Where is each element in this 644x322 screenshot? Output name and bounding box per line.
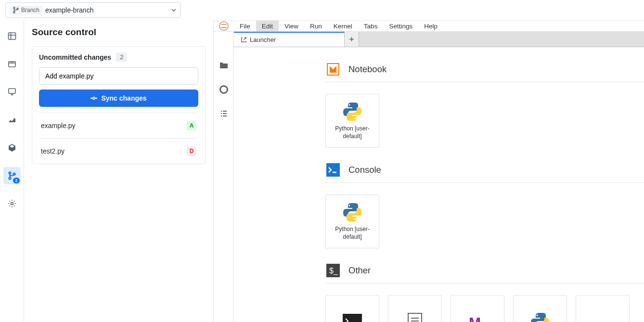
svg-point-17 bbox=[348, 205, 350, 206]
console-card-python[interactable]: Python [user-default] bbox=[325, 194, 379, 248]
menu-item-settings[interactable]: Settings bbox=[383, 21, 418, 31]
other-section-title: Other bbox=[348, 265, 371, 276]
running-icon[interactable] bbox=[219, 85, 229, 96]
jupyter-area: FileEditViewRunKernelTabsSettingsHelp bbox=[214, 20, 644, 322]
launch-icon bbox=[241, 37, 247, 43]
menu-item-run[interactable]: Run bbox=[304, 21, 328, 31]
changed-file-row[interactable]: example.py A bbox=[39, 113, 198, 138]
sync-changes-button[interactable]: Sync changes bbox=[39, 90, 198, 107]
other-card-python-file[interactable] bbox=[513, 295, 567, 322]
svg-point-9 bbox=[11, 203, 13, 205]
rail-item-source-control[interactable]: 2 bbox=[3, 167, 21, 184]
svg-point-7 bbox=[9, 178, 11, 180]
terminal-icon bbox=[343, 311, 362, 322]
text-file-icon bbox=[407, 311, 423, 322]
file-status-deleted: D bbox=[187, 146, 196, 156]
rail-item-preview[interactable] bbox=[3, 83, 21, 101]
left-rail: 2 bbox=[0, 20, 24, 322]
rail-item-cube[interactable] bbox=[3, 139, 21, 156]
rail-badge: 2 bbox=[13, 178, 19, 183]
svg-point-18 bbox=[354, 219, 356, 220]
other-card-markdown[interactable]: M bbox=[451, 295, 504, 322]
menu-item-view[interactable]: View bbox=[279, 21, 304, 31]
branch-badge: Branch bbox=[10, 6, 42, 14]
menu-item-tabs[interactable]: Tabs bbox=[358, 21, 384, 31]
notebook-section-icon bbox=[325, 62, 341, 77]
rail-item-data[interactable] bbox=[3, 27, 21, 45]
svg-point-0 bbox=[13, 7, 15, 9]
jupyter-menubar: FileEditViewRunKernelTabsSettingsHelp bbox=[234, 21, 443, 31]
plus-icon bbox=[348, 36, 355, 42]
other-card-terminal[interactable] bbox=[325, 295, 379, 322]
svg-rect-5 bbox=[9, 89, 15, 93]
console-section-title: Console bbox=[348, 165, 381, 175]
svg-point-10 bbox=[93, 97, 95, 99]
other-card-help[interactable] bbox=[576, 295, 630, 322]
svg-point-1 bbox=[13, 11, 15, 13]
svg-rect-21 bbox=[343, 314, 362, 322]
uncommitted-changes-count: 2 bbox=[116, 52, 127, 62]
rail-item-package[interactable] bbox=[3, 55, 21, 73]
uncommitted-changes-label: Uncommitted changes bbox=[39, 53, 111, 61]
changed-file-row[interactable]: test2.py D bbox=[39, 138, 198, 164]
jupyter-sidebar bbox=[214, 32, 234, 322]
svg-rect-4 bbox=[9, 62, 15, 67]
menu-item-file[interactable]: File bbox=[234, 21, 256, 31]
branch-name: example-branch bbox=[45, 6, 168, 14]
python-icon bbox=[341, 101, 363, 122]
svg-point-15 bbox=[354, 118, 356, 119]
other-section-icon: $_ bbox=[325, 263, 341, 278]
rail-item-settings[interactable] bbox=[3, 195, 21, 212]
notebook-card-python[interactable]: Python [user-default] bbox=[325, 94, 379, 148]
folder-icon[interactable] bbox=[219, 61, 229, 72]
svg-point-11 bbox=[219, 22, 228, 30]
python-icon bbox=[529, 311, 551, 322]
toc-icon[interactable] bbox=[219, 109, 229, 120]
branch-selector[interactable]: Branch example-branch bbox=[5, 2, 181, 18]
svg-text:M: M bbox=[469, 315, 481, 322]
python-icon bbox=[341, 202, 363, 223]
file-name: test2.py bbox=[41, 147, 64, 155]
menu-item-edit[interactable]: Edit bbox=[256, 21, 279, 31]
markdown-icon: M bbox=[467, 311, 488, 322]
jupyter-logo-icon[interactable] bbox=[214, 21, 234, 31]
svg-rect-3 bbox=[8, 33, 15, 39]
svg-point-14 bbox=[348, 104, 350, 106]
console-section-icon bbox=[325, 162, 341, 178]
rail-item-chart[interactable] bbox=[3, 111, 21, 129]
svg-point-6 bbox=[9, 172, 11, 174]
commit-icon bbox=[90, 95, 97, 102]
file-name: example.py bbox=[41, 122, 76, 129]
svg-text:$_: $_ bbox=[329, 267, 338, 275]
new-tab-button[interactable] bbox=[345, 32, 359, 47]
notebook-section-title: Notebook bbox=[348, 64, 386, 75]
commit-message-input[interactable] bbox=[39, 67, 198, 85]
menu-item-kernel[interactable]: Kernel bbox=[328, 21, 358, 31]
svg-point-24 bbox=[536, 314, 538, 316]
source-control-panel: Source control Uncommitted changes 2 Syn… bbox=[24, 20, 214, 322]
source-control-title: Source control bbox=[32, 27, 206, 38]
svg-point-12 bbox=[220, 86, 227, 93]
menu-item-help[interactable]: Help bbox=[418, 21, 443, 31]
chevron-down-icon bbox=[171, 7, 177, 13]
other-card-text[interactable] bbox=[388, 295, 442, 322]
svg-rect-16 bbox=[326, 163, 340, 177]
launcher-tab[interactable]: Launcher bbox=[234, 32, 345, 47]
file-status-added: A bbox=[187, 121, 196, 130]
